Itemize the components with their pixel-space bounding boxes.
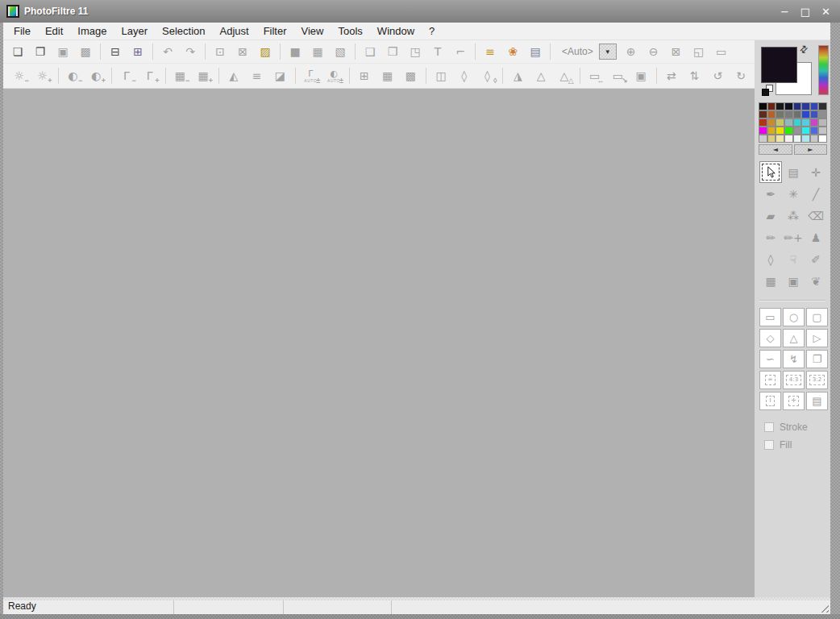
print-button[interactable]: ⊟ [106,42,125,61]
menu-filter[interactable]: Filter [256,23,294,39]
palette-prev-button[interactable]: ◄ [759,144,792,155]
palette-scroll: ◄ ► [759,144,827,155]
save-file-button: ▣ [53,42,73,61]
palette-color[interactable] [793,118,802,127]
photo-copy-button: ⊡ [210,42,230,61]
palette-color[interactable] [784,102,793,110]
menu-tools[interactable]: Tools [331,23,370,39]
toolbar-separator [475,44,476,60]
fill-option: Fill [764,439,830,451]
palette-color[interactable] [801,102,810,110]
fit-screen-icon: ◱ [693,46,704,57]
menu-layer[interactable]: Layer [114,23,156,39]
paste-as-new-image-icon: ▨ [260,46,270,57]
menu-edit[interactable]: Edit [38,23,70,39]
duplicate-image-icon: ❑ [365,46,376,57]
tool-palette: ▤✛✒✳╱▰⁂⌫✏✏+♟◊☟✐▦▣❦ [759,161,830,292]
new-file-icon: ❏ [13,46,23,57]
palette-color[interactable] [767,127,776,135]
shape-selection-options: ▤ [806,392,828,410]
contrast-plus-button: ◐+ [86,66,106,85]
rainbow-gradient[interactable] [818,45,829,95]
paste-as-new-image-button[interactable]: ▨ [256,42,275,61]
palette-color[interactable] [801,110,810,118]
maximize-button[interactable]: □ [800,6,810,17]
fit-image-icon: ⊠ [672,46,681,57]
palette-color[interactable] [793,135,802,143]
palette-color[interactable] [793,102,802,110]
palette-color[interactable] [759,118,767,127]
palette-color[interactable] [818,110,827,118]
palette-color[interactable] [776,118,784,127]
rotate-left-icon: ↺ [713,70,723,81]
menu-selection[interactable]: Selection [155,23,212,39]
menu-view[interactable]: View [294,23,331,39]
palette-color[interactable] [818,118,827,127]
explorer-button[interactable]: ≡ [480,42,500,61]
palette-color[interactable] [776,135,784,143]
palette-color[interactable] [784,110,793,118]
palette-color[interactable] [818,127,827,135]
menu-help[interactable]: ? [422,23,442,39]
blur-more-button: ◊◊ [478,66,497,85]
palette-color[interactable] [801,135,810,143]
palette-color[interactable] [759,127,767,135]
minimize-button[interactable]: − [780,6,789,17]
image-manager-button[interactable]: ▤ [526,42,545,61]
blur-more-icon: ◊ [484,70,490,81]
palette-color[interactable] [776,127,784,135]
palette-color[interactable] [784,127,793,135]
palette-color[interactable] [759,102,767,110]
tool-eraser: ⌫ [805,205,827,226]
gamma-minus-button: Γ− [117,66,136,85]
open-file-button[interactable]: ❐ [31,42,50,61]
tool-cursor[interactable] [759,161,782,183]
palette-color[interactable] [793,127,802,135]
title-bar[interactable]: PhotoFiltre 11 −□✕ [0,0,840,23]
palette-color[interactable] [818,102,827,110]
plugins-button[interactable]: ❀ [503,42,522,61]
toolbar-separator [218,68,219,84]
full-screen-button: ▭ [712,42,731,61]
new-file-button[interactable]: ❏ [8,42,27,61]
palette-color[interactable] [810,127,819,135]
palette-color[interactable] [810,110,819,118]
shape-palette: ▭○▢◇△▷∽↯❐=4:33:2I✛▤ [759,308,830,410]
scan-button[interactable]: ⊞ [128,42,148,61]
palette-color[interactable] [784,118,793,127]
toolbar-separator [355,44,356,60]
foreground-color-swatch[interactable] [761,47,797,83]
palette-color[interactable] [776,110,784,118]
photo-paste-icon: ⊠ [238,46,247,57]
menu-image[interactable]: Image [70,23,114,39]
zoom-dropdown-button[interactable]: ▼ [599,44,617,60]
palette-color[interactable] [793,110,802,118]
palette-color[interactable] [767,102,776,110]
palette-color[interactable] [801,118,810,127]
menu-window[interactable]: Window [370,23,422,39]
palette-color[interactable] [818,135,827,143]
palette-color[interactable] [767,110,776,118]
sharpen-more-button: △△ [555,66,574,85]
menu-file[interactable]: File [6,23,38,39]
palette-color[interactable] [759,110,767,118]
palette-color[interactable] [801,127,810,135]
palette-color[interactable] [776,102,784,110]
invert-icon: ◪ [275,70,285,81]
gamma-minus-icon: Γ [123,70,130,81]
contrast-auto-icon: ◐ [330,69,338,78]
palette-color[interactable] [759,135,767,143]
default-colors-icon[interactable] [762,85,773,96]
app-icon [6,5,19,18]
palette-color[interactable] [784,135,793,143]
swap-colors-icon[interactable]: ⇄ [797,42,811,56]
ratio-3-2-icon: 3:2 [809,375,825,385]
palette-color[interactable] [810,102,819,110]
close-button[interactable]: ✕ [821,6,830,17]
palette-color[interactable] [767,135,776,143]
palette-color[interactable] [810,135,819,143]
palette-color[interactable] [767,118,776,127]
palette-next-button[interactable]: ► [794,144,828,155]
menu-adjust[interactable]: Adjust [213,23,256,39]
palette-color[interactable] [810,118,819,127]
